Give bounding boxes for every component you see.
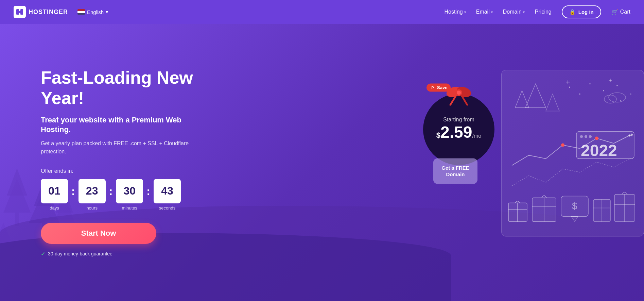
logo-icon xyxy=(14,6,26,18)
svg-point-37 xyxy=(589,135,592,138)
nav-pricing-label: Pricing xyxy=(535,9,552,15)
hero-content: Fast-Loading New Year! Treat your websit… xyxy=(0,47,238,278)
nav-hosting[interactable]: Hosting ▾ xyxy=(444,9,466,15)
countdown-days: 01 days xyxy=(41,179,68,211)
svg-point-41 xyxy=(561,143,564,147)
free-domain-line1: Get a FREE xyxy=(441,164,469,171)
panel-content: 2022 xyxy=(502,70,644,236)
days-label: days xyxy=(50,205,59,211)
hours-label: hours xyxy=(86,205,98,211)
hours-value: 23 xyxy=(79,179,106,203)
login-button[interactable]: 🔒 Log In xyxy=(562,5,601,18)
free-domain-badge: Get a FREE Domain xyxy=(433,158,477,184)
svg-marker-19 xyxy=(525,84,546,107)
svg-point-42 xyxy=(595,136,598,140)
hero-title: Fast-Loading New Year! xyxy=(41,68,197,108)
per-month-label: /mo xyxy=(472,133,482,139)
save-label: Save xyxy=(437,85,447,90)
guarantee-text: 30-day money-back guarantee xyxy=(48,251,112,256)
nav-domain-label: Domain xyxy=(503,9,522,15)
minutes-value: 30 xyxy=(116,179,143,203)
svg-point-35 xyxy=(580,135,583,138)
panel-svg: 2022 xyxy=(502,70,644,236)
nav-domain[interactable]: Domain ▾ xyxy=(503,9,525,15)
svg-point-17 xyxy=(457,90,461,95)
svg-rect-2 xyxy=(18,11,21,13)
svg-marker-51 xyxy=(571,216,578,221)
countdown-minutes: 30 minutes xyxy=(116,179,143,211)
right-illustration-panel: 2022 xyxy=(501,70,644,236)
seconds-label: seconds xyxy=(159,205,175,211)
currency-symbol: $ xyxy=(436,129,440,142)
seconds-value: 43 xyxy=(154,179,181,203)
days-value: 01 xyxy=(41,179,68,203)
save-badge: P Save xyxy=(427,83,451,91)
lang-chevron-icon: ▾ xyxy=(106,9,108,15)
svg-point-25 xyxy=(616,85,618,86)
svg-point-24 xyxy=(603,90,604,91)
navbar: HOSTINGER English ▾ Hosting ▾ Email ▾ Do… xyxy=(0,0,644,24)
svg-point-26 xyxy=(630,93,631,95)
logo[interactable]: HOSTINGER xyxy=(14,6,68,18)
nav-hosting-label: Hosting xyxy=(444,9,463,15)
language-selector[interactable]: English ▾ xyxy=(75,7,111,16)
pinterest-icon: P xyxy=(430,85,435,90)
nav-email[interactable]: Email ▾ xyxy=(476,9,493,15)
offer-label: Offer ends in: xyxy=(41,168,197,174)
start-now-button[interactable]: Start Now xyxy=(41,223,156,244)
lock-icon: 🔒 xyxy=(569,9,576,15)
flag-icon xyxy=(77,9,85,15)
nav-pricing[interactable]: Pricing xyxy=(535,9,552,15)
email-chevron-icon: ▾ xyxy=(491,10,493,14)
login-label: Log In xyxy=(578,9,594,15)
hosting-chevron-icon: ▾ xyxy=(464,10,466,14)
separator-1: : xyxy=(68,185,79,198)
check-icon: ✓ xyxy=(41,251,45,257)
separator-3: : xyxy=(143,185,154,198)
hero-illustration: P Save Starting from $ 2.59 /mo xyxy=(406,60,644,247)
nav-email-label: Email xyxy=(476,9,490,15)
svg-point-27 xyxy=(620,100,621,101)
cart-icon: 🛒 xyxy=(611,9,618,15)
language-label: English xyxy=(87,9,104,15)
navbar-left: HOSTINGER English ▾ xyxy=(14,6,111,18)
svg-point-21 xyxy=(569,86,570,88)
cart-label: Cart xyxy=(620,9,630,15)
countdown-seconds: 43 seconds xyxy=(154,179,181,211)
hero-section: Fast-Loading New Year! Treat your websit… xyxy=(0,24,644,301)
minutes-label: minutes xyxy=(122,205,138,211)
svg-point-22 xyxy=(579,93,580,95)
free-domain-line2: Domain xyxy=(441,171,469,178)
cart-link[interactable]: 🛒 Cart xyxy=(611,9,630,15)
svg-point-32 xyxy=(609,93,626,102)
starting-from-label: Starting from xyxy=(443,117,474,123)
hero-subtitle: Treat your website with a Premium Web Ho… xyxy=(41,115,197,135)
svg-point-33 xyxy=(604,95,616,103)
svg-point-23 xyxy=(589,83,591,84)
separator-2: : xyxy=(106,185,116,198)
price-display: $ 2.59 /mo xyxy=(436,124,481,142)
svg-marker-20 xyxy=(546,94,559,111)
countdown-timer: 01 days : 23 hours : 30 minutes : 43 sec… xyxy=(41,179,197,211)
svg-point-36 xyxy=(585,135,587,138)
svg-text:2022: 2022 xyxy=(581,141,617,159)
countdown-hours: 23 hours xyxy=(79,179,106,211)
logo-label: HOSTINGER xyxy=(29,9,68,16)
guarantee-badge: ✓ 30-day money-back guarantee xyxy=(41,251,197,257)
hero-description: Get a yearly plan packed with FREE .com … xyxy=(41,139,197,156)
svg-text:$: $ xyxy=(572,200,577,211)
price-value: 2.59 xyxy=(440,124,472,140)
domain-chevron-icon: ▾ xyxy=(523,10,525,14)
navbar-right: Hosting ▾ Email ▾ Domain ▾ Pricing 🔒 Log… xyxy=(444,5,630,18)
